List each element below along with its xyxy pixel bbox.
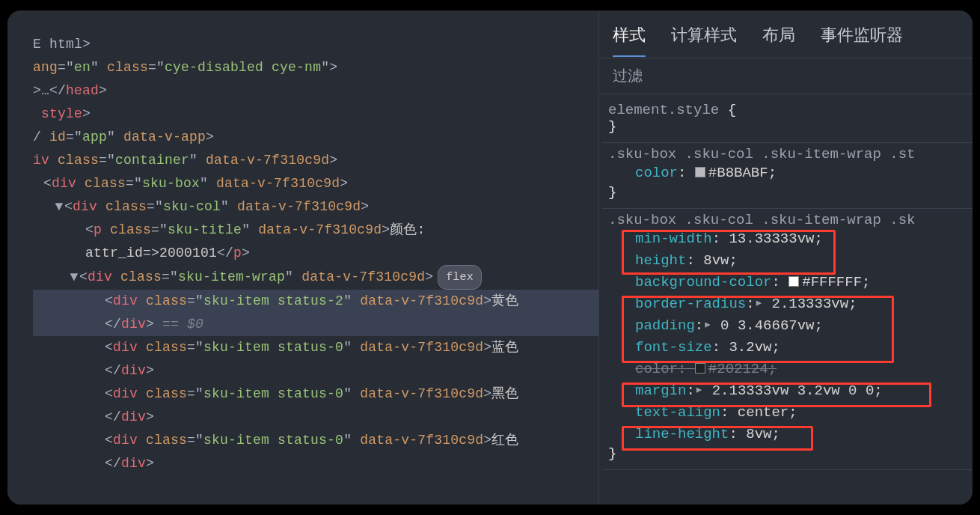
attr-value: cye-disabled cye-nm — [165, 60, 321, 75]
color-swatch-icon[interactable] — [788, 276, 799, 287]
property-value: #B8BABF — [708, 165, 768, 181]
styles-tabs: 样式 计算样式 布局 事件监听器 — [599, 10, 973, 58]
declaration[interactable]: color: #B8BABF; — [608, 162, 973, 184]
declaration[interactable]: min-width: 13.33333vw; — [608, 228, 973, 250]
expand-toggle-icon[interactable]: ▼ — [69, 266, 79, 289]
color-swatch-icon[interactable] — [695, 167, 705, 177]
devtools-window: E html> ang="en" class="cye-disabled cye… — [7, 10, 973, 505]
dom-line-selected[interactable]: </div> == $0 — [33, 313, 598, 336]
property-value: 2.13333vw — [772, 296, 849, 312]
dom-line[interactable]: E html> — [33, 33, 598, 56]
property-name: color — [635, 165, 678, 181]
disclosure-triangle-icon[interactable]: ▸ — [755, 293, 763, 314]
disclosure-triangle-icon[interactable]: ▸ — [703, 314, 711, 336]
dom-line[interactable]: / id="app" data-v-app> — [33, 126, 598, 149]
property-name: font-size — [635, 339, 712, 356]
tab-computed[interactable]: 计算样式 — [671, 24, 737, 46]
dom-line[interactable]: <div class="sku-item status-0" data-v-7f… — [33, 383, 598, 406]
tag-name: div — [113, 340, 138, 355]
property-value: 2.13333vw 3.2vw 0 0 — [712, 383, 875, 399]
declaration[interactable]: margin:▸ 2.13333vw 3.2vw 0 0; — [608, 380, 973, 402]
attr-name: data-v-7f310c9d — [216, 176, 340, 191]
dom-line[interactable]: <div class="sku-box" data-v-7f310c9d> — [33, 172, 598, 195]
dom-fragment: E html> — [33, 37, 91, 52]
property-value: center — [738, 404, 788, 421]
attr-name: data-v-7f310c9d — [360, 293, 483, 308]
property-value: 8vw — [746, 426, 771, 442]
dom-line[interactable]: </div> — [33, 452, 598, 475]
tab-listeners[interactable]: 事件监听器 — [821, 24, 903, 46]
selected-marker: == $0 — [162, 317, 203, 332]
attr-value: app — [82, 129, 107, 144]
tag-name: div — [88, 269, 112, 284]
attr-value: sku-box — [142, 176, 200, 191]
dom-line[interactable]: <p class="sku-title" data-v-7f310c9d>颜色: — [33, 219, 598, 242]
declaration[interactable]: background-color: #FFFFFF; — [608, 272, 973, 293]
selector: .sku-box .sku-col .sku-item-wrap .sk — [608, 212, 973, 228]
property-value: 0 3.46667vw — [720, 317, 814, 334]
tag-name: div — [121, 363, 146, 378]
dom-line[interactable]: </div> — [33, 406, 598, 429]
selector: .sku-box .sku-col .sku-item-wrap .st — [608, 146, 973, 162]
tab-layout[interactable]: 布局 — [762, 24, 795, 46]
property-name: color — [635, 361, 678, 377]
disclosure-triangle-icon[interactable]: ▸ — [695, 380, 703, 401]
styles-filter-input[interactable]: 过滤 — [599, 58, 973, 94]
tag-name: style — [41, 106, 82, 121]
attr-name: id — [49, 129, 66, 144]
attr-name: data-v-7f310c9d — [360, 386, 483, 401]
attr-name: class — [146, 340, 187, 355]
attr-value: sku-title — [168, 222, 242, 237]
tag-name: p — [233, 246, 242, 260]
property-value: 13.33333vw — [729, 231, 814, 247]
dom-line[interactable]: attr_id=>2000101</p> — [33, 242, 598, 265]
color-swatch-icon[interactable] — [695, 363, 705, 374]
dom-line[interactable]: <div class="sku-item status-0" data-v-7f… — [33, 336, 598, 359]
dom-line[interactable]: ▼<div class="sku-item-wrap" data-v-7f310… — [33, 265, 598, 290]
attr-name: ang — [33, 60, 58, 75]
attr-name: class — [85, 176, 126, 191]
dom-line[interactable]: ang="en" class="cye-disabled cye-nm"> — [33, 56, 598, 79]
flex-badge[interactable]: flex — [438, 265, 482, 290]
declaration-overridden[interactable]: color: #202124; — [608, 359, 973, 380]
dom-line-selected[interactable]: <div class="sku-item status-2" data-v-7f… — [33, 290, 598, 313]
dom-line[interactable]: style> — [33, 103, 598, 126]
attr-value: sku-item status-0 — [203, 386, 343, 401]
property-value: #202124 — [708, 361, 768, 377]
elements-panel[interactable]: E html> ang="en" class="cye-disabled cye… — [7, 10, 598, 505]
rule-element-style[interactable]: element.style { } — [602, 99, 973, 143]
tag-name: div — [73, 199, 97, 214]
attr-value: sku-item-wrap — [178, 269, 285, 284]
tag-name: div — [121, 456, 146, 471]
declaration[interactable]: height: 8vw; — [608, 250, 973, 272]
declaration[interactable]: text-align: center; — [608, 402, 973, 424]
property-value: #FFFFFF — [802, 274, 862, 290]
declaration[interactable]: border-radius:▸ 2.13333vw; — [608, 293, 973, 315]
tab-styles[interactable]: 样式 — [613, 24, 646, 57]
property-name: height — [635, 252, 686, 269]
tag-name: div — [121, 409, 146, 424]
property-name: line-height — [635, 426, 729, 442]
dom-line[interactable]: </div> — [33, 359, 598, 383]
text-node: 黑色 — [491, 386, 518, 401]
property-value: 8vw — [703, 252, 729, 269]
style-rules: element.style { } .sku-box .sku-col .sku… — [599, 94, 973, 475]
declaration[interactable]: padding:▸ 0 3.46667vw; — [608, 315, 973, 337]
rule-block[interactable]: .sku-box .sku-col .sku-item-wrap .sk min… — [602, 209, 973, 470]
dom-line[interactable]: >…</head> — [33, 79, 598, 103]
tag-name: div — [121, 317, 146, 332]
dom-line[interactable]: <div class="sku-item status-0" data-v-7f… — [33, 429, 598, 452]
attr-name: data-v-7f310c9d — [206, 153, 329, 168]
rule-block[interactable]: .sku-box .sku-col .sku-item-wrap .st col… — [602, 143, 973, 209]
text-node: attr_id=> — [85, 246, 159, 260]
dom-line[interactable]: ▼<div class="sku-col" data-v-7f310c9d> — [33, 195, 598, 219]
declaration[interactable]: line-height: 8vw; — [608, 424, 973, 445]
property-name: border-radius — [635, 296, 746, 312]
text-node: 颜色: — [390, 222, 425, 237]
dom-line[interactable]: iv class="container" data-v-7f310c9d> — [33, 149, 598, 172]
expand-toggle-icon[interactable]: ▼ — [54, 195, 64, 219]
declaration[interactable]: font-size: 3.2vw; — [608, 337, 973, 359]
attr-value: sku-item status-2 — [203, 293, 343, 308]
attr-name: class — [107, 60, 148, 75]
styles-panel: 样式 计算样式 布局 事件监听器 过滤 element.style { } .s… — [598, 10, 973, 505]
